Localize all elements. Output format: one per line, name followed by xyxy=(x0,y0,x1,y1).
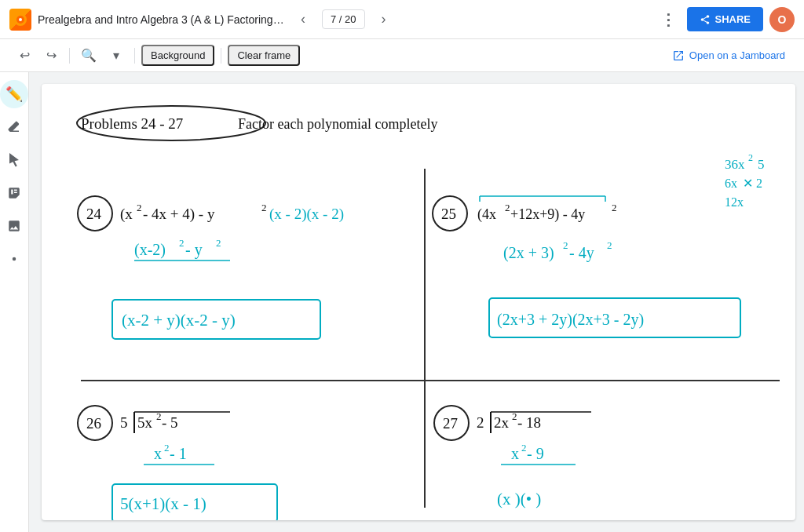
svg-text:- 9: - 9 xyxy=(527,445,544,462)
app-logo xyxy=(9,9,31,31)
svg-text:(x   )(•    ): (x )(• ) xyxy=(497,490,541,508)
svg-text:6x: 6x xyxy=(725,177,737,190)
svg-text:- 4x + 4) - y: - 4x + 4) - y xyxy=(143,206,215,223)
svg-text:5: 5 xyxy=(120,414,128,431)
svg-text:x: x xyxy=(154,445,162,462)
pen-tool-button[interactable]: ✏️ xyxy=(0,80,28,108)
svg-text:(x-2 + y)(x-2 - y): (x-2 + y)(x-2 - y) xyxy=(122,311,236,330)
toolbar-divider-1 xyxy=(69,48,70,64)
toolbar-divider-2 xyxy=(134,48,135,64)
svg-text:Factor each polynomial complet: Factor each polynomial completely xyxy=(238,116,437,132)
zoom-dropdown-button[interactable]: ▾ xyxy=(104,44,128,67)
zoom-button[interactable]: 🔍 xyxy=(76,44,101,67)
svg-text:2: 2 xyxy=(748,152,753,163)
svg-text:2: 2 xyxy=(216,237,221,249)
next-slide-button[interactable]: › xyxy=(371,7,397,32)
svg-text:2: 2 xyxy=(477,414,484,431)
svg-text:2: 2 xyxy=(261,202,267,213)
svg-text:Problems 24 - 27: Problems 24 - 27 xyxy=(81,115,183,132)
svg-text:2x: 2x xyxy=(494,414,510,431)
svg-text:2: 2 xyxy=(563,239,568,251)
laser-button[interactable] xyxy=(0,245,28,273)
whiteboard-container: Problems 24 - 27 Factor each polynomial … xyxy=(29,72,804,532)
svg-text:5x: 5x xyxy=(137,414,153,431)
svg-text:(x - 2)(x - 2): (x - 2)(x - 2) xyxy=(269,206,344,223)
svg-text:- 18: - 18 xyxy=(517,414,541,431)
svg-point-2 xyxy=(19,18,22,21)
svg-point-3 xyxy=(13,257,16,261)
svg-text:(2x+3 + 2y)(2x+3 - 2y): (2x+3 + 2y)(2x+3 - 2y) xyxy=(497,311,644,329)
svg-text:- 4y: - 4y xyxy=(569,244,594,262)
svg-text:(x: (x xyxy=(120,206,133,223)
svg-text:- 5: - 5 xyxy=(162,414,178,431)
svg-text:24: 24 xyxy=(86,206,102,222)
more-options-button[interactable]: ⋮ xyxy=(656,7,681,32)
svg-text:36x: 36x xyxy=(725,157,745,172)
open-jamboard-button[interactable]: Open on a Jamboard xyxy=(666,46,791,65)
svg-text:2: 2 xyxy=(164,442,170,454)
svg-text:5: 5 xyxy=(758,157,765,172)
svg-text:5(x+1)(x - 1): 5(x+1)(x - 1) xyxy=(120,494,206,513)
document-title: Prealgebra and Intro Algebra 3 (A & L) F… xyxy=(38,13,284,26)
svg-text:- 1: - 1 xyxy=(170,445,187,462)
share-label: SHARE xyxy=(715,13,751,25)
main-area: ✏️ Problems xyxy=(0,72,804,532)
image-button[interactable] xyxy=(0,212,28,240)
svg-text:(2x + 3): (2x + 3) xyxy=(503,244,554,262)
sidebar: ✏️ xyxy=(0,72,29,532)
svg-text:2: 2 xyxy=(505,202,510,213)
svg-text:2: 2 xyxy=(607,239,612,251)
jamboard-label: Open on a Jamboard xyxy=(689,49,785,61)
background-button[interactable]: Background xyxy=(141,45,214,66)
user-avatar[interactable]: O xyxy=(769,7,795,32)
sticky-note-button[interactable] xyxy=(0,179,28,207)
svg-text:26: 26 xyxy=(86,415,101,432)
undo-button[interactable]: ↩ xyxy=(13,44,36,67)
eraser-tool-button[interactable] xyxy=(0,113,28,141)
svg-text:27: 27 xyxy=(443,415,458,432)
svg-text:2: 2 xyxy=(156,410,162,422)
svg-text:x: x xyxy=(511,445,519,462)
svg-text:✕ 2: ✕ 2 xyxy=(743,177,762,190)
svg-text:2: 2 xyxy=(512,410,517,422)
whiteboard[interactable]: Problems 24 - 27 Factor each polynomial … xyxy=(42,84,795,520)
svg-text:- y: - y xyxy=(185,241,203,259)
svg-text:(4x: (4x xyxy=(477,206,496,223)
svg-text:25: 25 xyxy=(441,206,456,222)
redo-button[interactable]: ↪ xyxy=(39,44,63,67)
svg-text:2: 2 xyxy=(179,237,185,249)
slide-counter[interactable]: 7 / 20 xyxy=(322,9,365,29)
select-tool-button[interactable] xyxy=(0,146,28,174)
svg-text:2: 2 xyxy=(137,202,142,213)
toolbar-divider-3 xyxy=(221,48,221,64)
svg-text:2: 2 xyxy=(612,202,617,213)
share-button[interactable]: SHARE xyxy=(687,7,764,31)
svg-text:+12x+9) - 4y: +12x+9) - 4y xyxy=(510,206,585,223)
topbar: Prealgebra and Intro Algebra 3 (A & L) F… xyxy=(0,0,804,39)
clear-frame-button[interactable]: Clear frame xyxy=(228,45,300,66)
svg-text:(x-2): (x-2) xyxy=(134,241,166,259)
svg-text:12x: 12x xyxy=(725,195,744,209)
svg-text:2: 2 xyxy=(521,442,527,454)
toolbar: ↩ ↪ 🔍 ▾ Background Clear frame Open on a… xyxy=(0,39,804,72)
prev-slide-button[interactable]: ‹ xyxy=(291,7,316,32)
